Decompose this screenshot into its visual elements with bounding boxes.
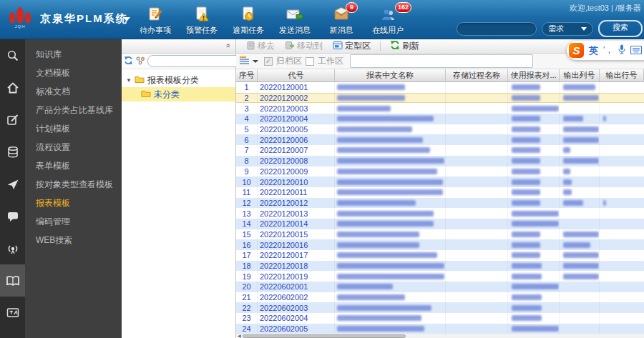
column-header[interactable]: 序号 [236,69,258,81]
send-message-button[interactable]: 发送消息 [274,4,316,36]
row-code-link[interactable]: 20220120002 [258,93,335,104]
sogou-logo-icon[interactable]: S [569,43,584,58]
table-row[interactable]: 14 20220120014 [236,219,644,229]
table-row[interactable]: 24 20220602005 [236,324,644,334]
row-code-link[interactable]: 20220602004 [258,313,335,324]
rail-chat-button[interactable] [0,200,25,232]
row-code-link[interactable]: 20220602001 [258,282,335,292]
table-row[interactable]: 21 20220602002 [236,292,644,303]
table-row[interactable]: 15 20220120015 [236,229,644,240]
rail-send-button[interactable] [0,168,25,200]
tree-expand-caret-icon[interactable]: ▼ [126,77,132,84]
column-header[interactable]: 使用报表对... [508,69,560,81]
move-to-button[interactable]: 移动到 [280,40,327,52]
table-row[interactable]: 4 20220120004 [236,114,644,124]
table-row[interactable]: 17 20220120017 [236,250,644,261]
keyboard-icon[interactable] [630,44,642,57]
row-code-link[interactable]: 20220120004 [258,114,335,124]
remove-button[interactable]: 移去 [242,40,279,52]
search-button[interactable]: 搜索 [598,20,643,37]
row-code-link[interactable]: 20220120003 [258,103,335,114]
table-row[interactable]: 12 20220120012 [236,198,644,209]
table-row[interactable]: 7 20220120007 [236,145,644,156]
tree-hierarchy-icon[interactable] [136,55,145,68]
column-header[interactable]: 存储过程名称 [446,69,508,81]
column-header[interactable]: 输出行号 [600,69,644,81]
rail-translate-button[interactable] [0,297,25,329]
refresh-button[interactable]: 刷新 [386,40,424,52]
archive-checkbox[interactable]: ✓ [264,57,273,66]
row-code-link[interactable]: 20220120010 [258,177,335,187]
row-code-link[interactable]: 20220120011 [258,187,335,198]
row-code-link[interactable]: 20220120017 [258,250,335,261]
column-header[interactable]: 报表中文名称 [335,69,446,81]
menu-item[interactable]: 按对象类型查看模板 [25,175,122,194]
fixed-area-button[interactable]: 定型区 [328,40,375,52]
rail-database-button[interactable] [0,136,25,168]
ime-punctuation-toggle[interactable]: '， [603,44,613,56]
menu-item[interactable]: 编码管理 [25,212,122,231]
company-logo[interactable]: JQH [7,6,33,32]
menu-item[interactable]: 报表模板 [25,194,122,212]
new-messages-button[interactable]: 9 新消息 [321,4,362,36]
row-code-link[interactable]: 20220120018 [258,261,335,272]
overdue-tasks-button[interactable]: 逾期任务 [228,4,269,36]
rail-edit-button[interactable] [0,104,25,136]
tree-refresh-icon[interactable] [124,55,133,68]
menu-item[interactable]: 流程设置 [25,138,122,156]
table-row[interactable]: 11 20220120011 [236,187,644,198]
row-code-link[interactable]: 20220120012 [258,198,335,209]
row-code-link[interactable]: 20220120013 [258,208,335,219]
table-row[interactable]: 2 20220120002 [236,93,644,104]
ime-language-toggle[interactable]: 英 [589,44,598,57]
row-code-link[interactable]: 20220120006 [258,134,335,145]
menu-item[interactable]: 产品分类占比基线库 [25,101,122,119]
workspace-checkbox[interactable] [306,57,314,66]
rail-knowledge-search-button[interactable] [0,39,25,71]
rail-report-templates-button[interactable] [0,264,25,297]
table-row[interactable]: 8 20220120008 [236,156,644,166]
collapse-panel-icon[interactable]: » [223,44,233,48]
filter-input[interactable] [350,54,533,68]
table-row[interactable]: 13 20220120013 [236,208,644,219]
table-row[interactable]: 6 20220120006 [236,134,644,145]
rail-home-button[interactable] [0,71,25,104]
column-header[interactable]: 代号 [258,69,335,81]
row-code-link[interactable]: 20220120009 [258,166,335,177]
row-code-link[interactable]: 20220120005 [258,124,335,135]
row-code-link[interactable]: 20220602002 [258,292,335,303]
column-header[interactable]: 输出列号 [560,69,600,81]
table-row[interactable]: 20 20220602001 [236,282,644,292]
table-row[interactable]: 9 20220120009 [236,166,644,177]
table-row[interactable]: 1 20220120001 [236,82,644,93]
menu-item[interactable]: 知识库 [25,45,122,64]
menu-item[interactable]: 计划模板 [25,119,122,138]
menu-item[interactable]: 文档模板 [25,64,122,82]
row-code-link[interactable]: 20220120015 [258,229,335,240]
microphone-icon[interactable] [618,44,625,57]
table-row[interactable]: 19 20220120019 [236,271,644,282]
row-code-link[interactable]: 20220120007 [258,145,335,156]
row-code-link[interactable]: 20220120016 [258,239,335,250]
table-row[interactable]: 22 20220602003 [236,302,644,313]
table-row[interactable]: 23 20220602004 [236,313,644,324]
table-row[interactable]: 5 20220120005 [236,124,644,135]
menu-item[interactable]: 表单模板 [25,156,122,175]
row-code-link[interactable]: 20220120014 [258,219,335,229]
global-search-input[interactable] [457,22,537,36]
tree-node-root[interactable]: ▼ 报表模板分类 [122,73,235,87]
tree-node-selected[interactable]: 未分类 [122,87,235,101]
row-code-link[interactable]: 20220120001 [258,82,335,93]
list-view-icon[interactable] [240,56,249,66]
table-row[interactable]: 10 20220120010 [236,177,644,187]
tree-search-input[interactable] [149,56,246,66]
row-code-link[interactable]: 20220120019 [258,271,335,282]
row-code-link[interactable]: 20220120008 [258,156,335,166]
list-view-caret-icon[interactable] [253,60,258,63]
row-code-link[interactable]: 20220602005 [258,324,335,334]
search-category-select[interactable]: 需求 [542,22,593,36]
menu-item[interactable]: 标准文档 [25,82,122,101]
alert-tasks-button[interactable]: 预警任务 [181,4,223,36]
horizontal-scrollbar[interactable]: ◀ [236,334,644,338]
row-code-link[interactable]: 20220602003 [258,302,335,313]
